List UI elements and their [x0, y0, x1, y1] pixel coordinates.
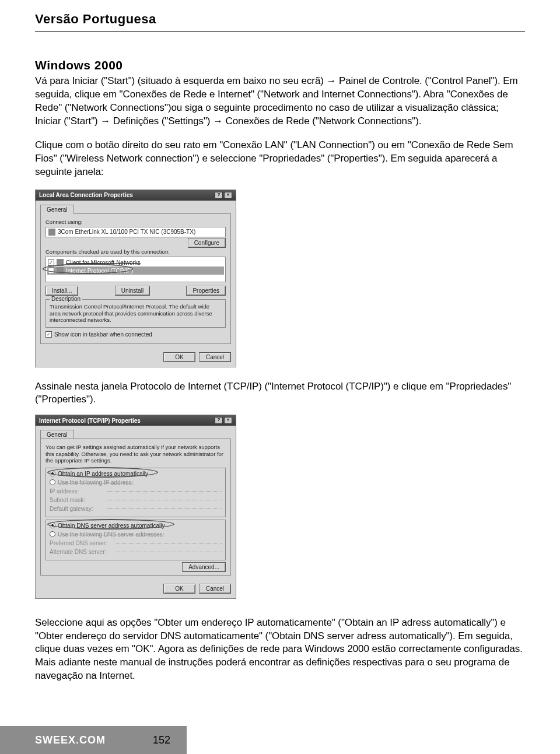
checkbox-icon[interactable]: ✓	[46, 331, 52, 338]
page-number: 152	[153, 734, 170, 746]
component-label: Internet Protocol (TCP/IP)	[66, 268, 133, 274]
page-footer: SWEEX.COM 152	[0, 726, 187, 754]
window-tcpip-properties: Internet Protocol (TCP/IP) Properties ? …	[35, 415, 236, 598]
titlebar: Local Area Connection Properties ? ×	[36, 190, 236, 201]
components-listbox[interactable]: ✓ Client for Microsoft Networks ✓ Intern…	[46, 257, 226, 282]
radio-dns-manual[interactable]: Use the following DNS server addresses:	[50, 530, 222, 539]
help-icon[interactable]: ?	[215, 192, 223, 199]
window-title: Local Area Connection Properties	[39, 192, 133, 198]
radio-icon[interactable]	[50, 531, 55, 537]
radio-icon[interactable]	[50, 471, 55, 476]
nic-icon	[48, 229, 55, 236]
radio-label: Use the following IP address:	[58, 479, 133, 486]
advanced-button[interactable]: Advanced...	[182, 562, 226, 572]
radio-dns-auto[interactable]: Obtain DNS server address automatically	[50, 521, 222, 530]
radio-label: Obtain an IP address automatically	[58, 471, 148, 477]
radio-ip-auto[interactable]: Obtain an IP address automatically	[50, 469, 222, 478]
ok-button[interactable]: OK	[163, 584, 195, 594]
page-header: Versão Portuguesa	[35, 12, 525, 32]
show-icon-label: Show icon in taskbar when connected	[54, 331, 152, 338]
component-icon	[57, 259, 64, 266]
dns-group: Obtain DNS server address automatically …	[46, 520, 226, 560]
show-icon-row[interactable]: ✓ Show icon in taskbar when connected	[46, 330, 226, 339]
dialog-buttons: OK Cancel	[36, 580, 236, 598]
components-label: Components checked are used by this conn…	[46, 248, 226, 255]
subnet-row: Subnet mask:	[50, 496, 222, 504]
ip-address-row: IP address:	[50, 487, 222, 496]
field-label: Subnet mask:	[50, 497, 105, 503]
window-lac-properties: Local Area Connection Properties ? × Gen…	[35, 190, 236, 367]
adapter-field[interactable]: 3Com EtherLink XL 10/100 PCI TX NIC (3C9…	[46, 227, 226, 237]
ok-button[interactable]: OK	[163, 352, 195, 362]
ip-group: Obtain an IP address automatically Use t…	[46, 468, 226, 517]
header-rule	[35, 31, 525, 32]
page-title: Versão Portuguesa	[35, 12, 525, 27]
gateway-input	[107, 508, 222, 509]
configure-button[interactable]: Configure	[188, 238, 226, 248]
paragraph-1: Vá para Iniciar ("Start") (situado à esq…	[35, 75, 525, 128]
description-legend: Description	[50, 296, 82, 302]
tab-body: You can get IP settings assigned automat…	[40, 439, 231, 575]
ip-input	[107, 491, 222, 492]
uninstall-button[interactable]: Uninstall	[115, 286, 150, 296]
footer-site: SWEEX.COM	[35, 734, 106, 746]
paragraph-1b-text: Iniciar ("Start") → Definições ("Setting…	[35, 115, 421, 127]
adapter-name: 3Com EtherLink XL 10/100 PCI TX NIC (3C9…	[58, 229, 195, 235]
tab-row: General	[36, 201, 236, 213]
connect-using-label: Connect using:	[46, 219, 226, 225]
radio-ip-manual[interactable]: Use the following IP address:	[50, 478, 222, 487]
paragraph-4: Seleccione aqui as opções "Obter um ende…	[35, 616, 525, 683]
dialog-buttons: OK Cancel	[36, 349, 236, 367]
pdns-input	[116, 543, 222, 543]
list-item[interactable]: ✓ Internet Protocol (TCP/IP)	[47, 266, 224, 275]
field-label: Default gateway:	[50, 506, 105, 512]
mask-input	[107, 500, 222, 500]
field-label: Preferred DNS server:	[50, 540, 114, 546]
checkbox-icon[interactable]: ✓	[48, 268, 54, 274]
gateway-row: Default gateway:	[50, 504, 222, 513]
install-button[interactable]: Install...	[46, 286, 78, 296]
window-controls: ? ×	[215, 192, 232, 199]
radio-icon[interactable]	[50, 479, 55, 485]
titlebar: Internet Protocol (TCP/IP) Properties ? …	[36, 415, 236, 426]
close-icon[interactable]: ×	[224, 417, 232, 424]
checkbox-icon[interactable]: ✓	[48, 259, 54, 266]
tab-general[interactable]: General	[40, 430, 74, 439]
cancel-button[interactable]: Cancel	[199, 352, 231, 362]
radio-label: Obtain DNS server address automatically	[58, 522, 164, 529]
help-icon[interactable]: ?	[215, 417, 223, 424]
radio-icon[interactable]	[50, 522, 55, 528]
section-heading: Windows 2000	[35, 58, 525, 72]
intro-text: You can get IP settings assigned automat…	[46, 444, 226, 464]
paragraph-1-text: Vá para Iniciar ("Start") (situado à esq…	[35, 75, 518, 113]
radio-label: Use the following DNS server addresses:	[58, 531, 164, 538]
properties-button[interactable]: Properties	[186, 286, 226, 296]
tab-general[interactable]: General	[40, 205, 74, 214]
window-title: Internet Protocol (TCP/IP) Properties	[39, 418, 141, 424]
adns-row: Alternate DNS server:	[50, 548, 222, 556]
paragraph-3: Assinale nesta janela Protocolo de Inter…	[35, 380, 525, 407]
description-group: Description Transmission Control Protoco…	[46, 299, 226, 327]
cancel-button[interactable]: Cancel	[199, 584, 231, 594]
field-label: Alternate DNS server:	[50, 549, 114, 555]
close-icon[interactable]: ×	[224, 192, 232, 199]
component-icon	[57, 267, 64, 274]
pdns-row: Preferred DNS server:	[50, 539, 222, 548]
list-item[interactable]: ✓ Client for Microsoft Networks	[47, 258, 224, 266]
field-label: IP address:	[50, 488, 105, 495]
tab-body: Connect using: 3Com EtherLink XL 10/100 …	[40, 213, 231, 344]
description-text: Transmission Control Protocol/Internet P…	[50, 303, 222, 323]
tab-row: General	[36, 426, 236, 439]
paragraph-2: Clique com o botão direito do seu rato e…	[35, 139, 525, 179]
adns-input	[116, 552, 222, 552]
window-controls: ? ×	[215, 417, 232, 424]
component-label: Client for Microsoft Networks	[66, 259, 141, 266]
